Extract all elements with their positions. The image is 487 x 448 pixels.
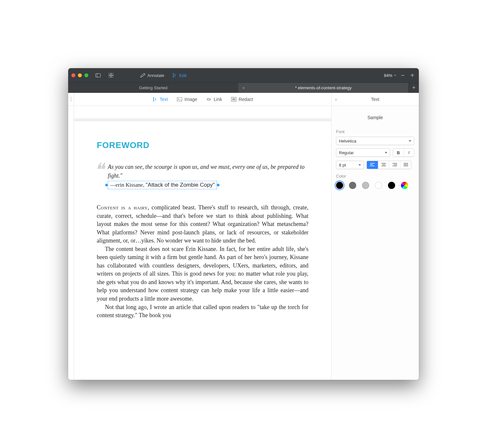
sidebar-icon	[95, 73, 101, 78]
font-family-select[interactable]: Helvetica	[336, 137, 414, 145]
align-right-button[interactable]	[389, 161, 400, 169]
alignment-segment	[367, 161, 411, 169]
svg-rect-4	[109, 76, 111, 78]
document-body: Content is a hairy, complicated beast. T…	[97, 204, 308, 320]
font-weight-segment: B I	[393, 148, 414, 157]
para2: The content beast does not scare Erin Ki…	[97, 245, 308, 303]
attribution-title: "Attack of the Zombie Copy"	[146, 182, 215, 188]
annotate-label: Annotate	[147, 73, 164, 78]
tab-label: * elements-of-content-strategy	[295, 85, 352, 90]
grid-view-button[interactable]	[106, 71, 116, 79]
annotate-mode-button[interactable]: Annotate	[138, 71, 167, 79]
svg-point-9	[178, 98, 179, 99]
text-tool-button[interactable]: Text	[152, 97, 168, 102]
align-left-icon	[370, 163, 375, 167]
redact-icon	[231, 97, 236, 102]
text-cursor-icon	[172, 73, 177, 78]
drag-handle-icon	[70, 97, 72, 102]
tab-elements-of-content-strategy[interactable]: × * elements-of-content-strategy	[238, 83, 408, 93]
pencil-icon	[140, 73, 145, 78]
window-controls	[71, 73, 88, 77]
chevron-down-icon	[385, 152, 387, 154]
align-right-icon	[393, 163, 397, 167]
inspector-header: » Text	[331, 93, 419, 106]
svg-rect-0	[96, 74, 101, 77]
edit-toolbar: Text Image Link Redact »	[68, 93, 419, 106]
maximize-window-button[interactable]	[84, 73, 88, 77]
para1-lead: Content is a hairy	[97, 204, 148, 211]
doc-heading: FOREWORD	[97, 140, 308, 150]
color-picker-button[interactable]	[401, 182, 408, 189]
sample-preview: Sample	[336, 115, 414, 120]
zoom-value: 84%	[384, 73, 393, 78]
epigraph: ❝ As you can see, the scourge is upon us…	[97, 163, 308, 189]
chevron-down-icon	[409, 140, 411, 142]
text-tool-icon	[152, 97, 157, 102]
app-window: Annotate Edit 84% − + Getting Started × …	[68, 68, 419, 380]
color-swatch-darkgray[interactable]	[349, 182, 356, 189]
font-style-value: Regular	[339, 150, 354, 155]
align-justify-button[interactable]	[400, 161, 411, 169]
minimize-window-button[interactable]	[78, 73, 82, 77]
close-window-button[interactable]	[71, 73, 75, 77]
image-tool-button[interactable]: Image	[177, 97, 197, 102]
chevron-down-icon	[394, 75, 396, 76]
link-tool-button[interactable]: Link	[206, 97, 222, 102]
align-center-icon	[381, 163, 386, 167]
color-section-label: Color	[336, 174, 414, 179]
titlebar: Annotate Edit 84% − +	[68, 68, 419, 82]
main-area: FOREWORD ❝ As you can see, the scourge i…	[68, 106, 419, 380]
svg-rect-2	[109, 73, 111, 75]
new-tab-button[interactable]: +	[408, 83, 419, 93]
quote-mark-icon: ❝	[94, 161, 104, 179]
text-tool-label: Text	[160, 97, 168, 102]
tab-getting-started[interactable]: Getting Started	[68, 83, 238, 93]
zoom-dropdown[interactable]: 84%	[384, 73, 396, 78]
align-justify-icon	[404, 163, 408, 167]
color-swatch-black-2[interactable]	[388, 182, 395, 189]
sidebar-toggle-button[interactable]	[93, 71, 103, 79]
align-left-button[interactable]	[367, 161, 378, 169]
align-center-button[interactable]	[378, 161, 389, 169]
inspector-title: Text	[371, 97, 380, 102]
chevron-down-icon	[358, 164, 361, 166]
edit-label: Edit	[179, 73, 186, 78]
grid-icon	[108, 73, 114, 78]
epigraph-quote: As you can see, the scourge is upon us, …	[108, 163, 308, 180]
color-swatches	[336, 182, 414, 189]
redact-tool-label: Redact	[239, 97, 253, 102]
link-icon	[206, 97, 211, 102]
image-tool-label: Image	[184, 97, 197, 102]
close-tab-button[interactable]: ×	[242, 85, 245, 91]
color-swatch-black[interactable]	[336, 182, 343, 189]
svg-rect-3	[111, 73, 113, 75]
tab-label: Getting Started	[139, 85, 167, 90]
page-gap	[74, 106, 331, 119]
zoom-in-button[interactable]: +	[409, 72, 416, 79]
tab-bar: Getting Started × * elements-of-content-…	[68, 82, 419, 93]
inspector-panel: Sample Font Helvetica Regular B I 8 pt	[331, 106, 419, 380]
font-section-label: Font	[336, 129, 414, 134]
color-swatch-lightgray[interactable]	[362, 182, 369, 189]
italic-button[interactable]: I	[404, 149, 414, 156]
edit-mode-button[interactable]: Edit	[169, 71, 189, 79]
document-page: FOREWORD ❝ As you can see, the scourge i…	[74, 121, 331, 380]
redact-tool-button[interactable]: Redact	[231, 97, 253, 102]
color-swatch-white[interactable]	[375, 182, 382, 189]
svg-rect-12	[232, 99, 235, 100]
para3: Not that long ago, I wrote an article th…	[97, 303, 308, 320]
collapse-panel-button[interactable]: »	[335, 97, 337, 102]
attribution-name: —erin Kissane,	[110, 182, 146, 188]
font-size-select[interactable]: 8 pt	[336, 161, 364, 169]
font-family-value: Helvetica	[339, 139, 356, 143]
svg-rect-5	[111, 76, 113, 78]
thumbnail-strip[interactable]	[68, 106, 74, 380]
bold-button[interactable]: B	[393, 149, 404, 156]
thumbnail-strip-toggle[interactable]	[68, 93, 74, 106]
font-style-select[interactable]: Regular	[336, 148, 390, 157]
document-viewport[interactable]: FOREWORD ❝ As you can see, the scourge i…	[68, 106, 331, 380]
link-tool-label: Link	[214, 97, 222, 102]
zoom-out-button[interactable]: −	[400, 72, 406, 79]
selected-text-box[interactable]: —erin Kissane, "Attack of the Zombie Cop…	[108, 181, 217, 189]
image-icon	[177, 97, 182, 102]
